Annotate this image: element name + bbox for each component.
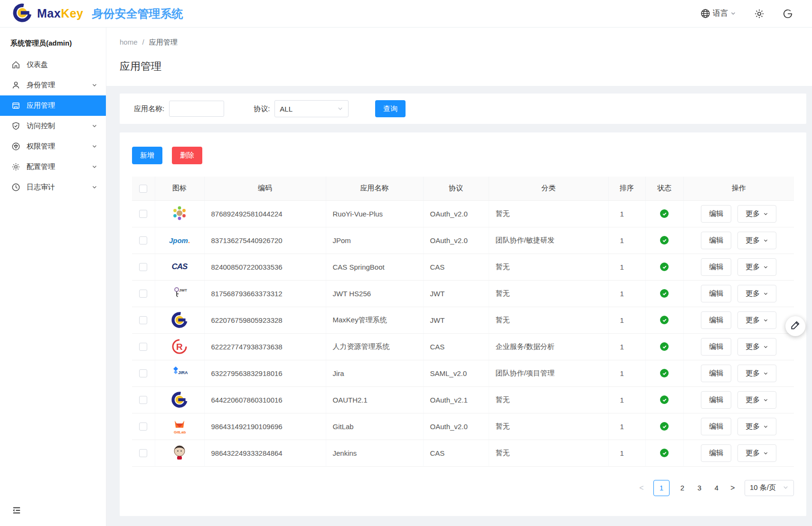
sidebar-item-1[interactable]: 身份管理 — [0, 75, 106, 95]
page-button-2[interactable]: 2 — [678, 484, 687, 492]
svg-text:GitLab: GitLab — [174, 430, 186, 434]
maxkey-logo — [170, 390, 189, 409]
sidebar: 系统管理员(admin) 仪表盘身份管理应用管理访问控制权限管理配置管理日志审计 — [0, 28, 106, 526]
more-button[interactable]: 更多 — [737, 232, 776, 249]
app-category: 暂无 — [489, 307, 608, 333]
next-page-button[interactable]: > — [729, 484, 736, 492]
logout-icon[interactable] — [783, 9, 793, 19]
col-header-category: 分类 — [489, 177, 608, 200]
edit-button[interactable]: 编辑 — [701, 311, 731, 329]
row-checkbox[interactable] — [139, 343, 147, 351]
more-button[interactable]: 更多 — [737, 338, 776, 356]
jwt-logo: JWT — [170, 283, 189, 302]
edit-button[interactable]: 编辑 — [701, 258, 731, 276]
sidebar-item-4[interactable]: 权限管理 — [0, 136, 106, 157]
app-name-input[interactable] — [169, 101, 224, 117]
collapse-sidebar-icon[interactable] — [11, 505, 22, 516]
edit-button[interactable]: 编辑 — [701, 285, 731, 302]
brand-name: MaxKey — [37, 7, 84, 20]
chevron-down-icon — [92, 163, 97, 171]
maxkey-logo-icon — [12, 3, 32, 25]
more-button[interactable]: 更多 — [737, 444, 776, 462]
edit-button[interactable]: 编辑 — [701, 444, 731, 462]
breadcrumb-home-link[interactable]: home — [120, 38, 138, 47]
sidebar-item-label: 访问控制 — [27, 122, 55, 131]
more-button[interactable]: 更多 — [737, 391, 776, 409]
globe-icon — [700, 9, 710, 19]
app-code: 824008507220033536 — [204, 254, 326, 280]
chevron-down-icon — [763, 210, 768, 218]
app-name: Jenkins — [326, 440, 423, 466]
sidebar-item-3[interactable]: 访问控制 — [0, 116, 106, 136]
chevron-down-icon — [337, 105, 343, 113]
brand[interactable]: MaxKey 身份安全管理系统 — [0, 3, 183, 25]
app-code: 622076759805923328 — [204, 307, 326, 333]
chevron-down-icon — [763, 423, 768, 431]
sidebar-item-label: 日志审计 — [27, 183, 55, 192]
current-user-label: 系统管理员(admin) — [0, 28, 106, 55]
sidebar-item-label: 权限管理 — [27, 142, 55, 151]
language-switcher[interactable]: 语言 — [700, 9, 736, 19]
chevron-down-icon — [730, 9, 736, 18]
more-button[interactable]: 更多 — [737, 205, 776, 223]
audit-icon — [11, 183, 20, 192]
jira-logo: JIRA — [170, 363, 189, 382]
app-category: 暂无 — [489, 413, 608, 440]
row-checkbox[interactable] — [139, 396, 147, 404]
breadcrumb-current: 应用管理 — [149, 38, 178, 47]
more-button[interactable]: 更多 — [737, 258, 776, 276]
query-button[interactable]: 查询 — [375, 100, 406, 117]
edit-button[interactable]: 编辑 — [701, 391, 731, 409]
col-header-name: 应用名称 — [326, 177, 423, 200]
row-checkbox[interactable] — [139, 210, 147, 218]
row-checkbox[interactable] — [139, 290, 147, 298]
more-button[interactable]: 更多 — [737, 311, 776, 329]
app-protocol: OAuth_v2.0 — [423, 227, 489, 254]
edit-button[interactable]: 编辑 — [701, 205, 731, 223]
table-row-6: JIRA 632279563832918016 Jira SAML_v2.0 团… — [132, 360, 794, 386]
settings-gear-icon[interactable] — [754, 9, 765, 19]
sidebar-nav: 仪表盘身份管理应用管理访问控制权限管理配置管理日志审计 — [0, 55, 106, 197]
sidebar-item-2[interactable]: 应用管理 — [0, 95, 106, 116]
sidebar-item-label: 应用管理 — [27, 101, 55, 110]
row-checkbox[interactable] — [139, 449, 147, 457]
page-size-select[interactable]: 10 条/页 — [745, 480, 794, 496]
app-protocol: CAS — [423, 254, 489, 280]
jpom-logo: Jpom. — [170, 231, 189, 250]
app-category: 企业服务/数据分析 — [489, 333, 608, 360]
sidebar-item-0[interactable]: 仪表盘 — [0, 55, 106, 75]
page-button-3[interactable]: 3 — [695, 484, 704, 492]
app-name: GitLab — [326, 413, 423, 440]
row-checkbox[interactable] — [139, 263, 147, 271]
prev-page-button[interactable]: < — [638, 484, 645, 492]
protocol-select[interactable]: ALL — [274, 100, 349, 117]
status-enabled-icon — [660, 289, 669, 298]
edit-button[interactable]: 编辑 — [701, 338, 731, 356]
more-button[interactable]: 更多 — [737, 418, 776, 435]
app-name: Jira — [326, 360, 423, 386]
app-sort: 1 — [608, 280, 645, 307]
floating-tool-button[interactable] — [785, 316, 805, 336]
page-button-1[interactable]: 1 — [653, 480, 670, 496]
edit-button[interactable]: 编辑 — [701, 418, 731, 435]
row-checkbox[interactable] — [139, 236, 147, 244]
app-category: 暂无 — [489, 200, 608, 227]
table-row-5: R 622227747938373638 人力资源管理系统 CAS 企业服务/数… — [132, 333, 794, 360]
edit-button[interactable]: 编辑 — [701, 365, 731, 382]
edit-button[interactable]: 编辑 — [701, 232, 731, 249]
chevron-down-icon — [763, 396, 768, 404]
add-button[interactable]: 新增 — [132, 147, 162, 164]
row-checkbox[interactable] — [139, 316, 147, 324]
select-all-checkbox[interactable] — [139, 185, 147, 193]
main-content: home / 应用管理 应用管理 应用名称: 协议: ALL 查询 新增 删除 — [106, 28, 812, 526]
row-checkbox[interactable] — [139, 423, 147, 431]
row-checkbox[interactable] — [139, 369, 147, 377]
sidebar-item-6[interactable]: 日志审计 — [0, 177, 106, 197]
more-button[interactable]: 更多 — [737, 365, 776, 382]
status-enabled-icon — [660, 316, 669, 324]
more-button[interactable]: 更多 — [737, 285, 776, 302]
page-button-4[interactable]: 4 — [712, 484, 721, 492]
app-protocol: OAuth_v2.1 — [423, 386, 489, 413]
delete-button[interactable]: 删除 — [172, 147, 202, 164]
sidebar-item-5[interactable]: 配置管理 — [0, 157, 106, 177]
